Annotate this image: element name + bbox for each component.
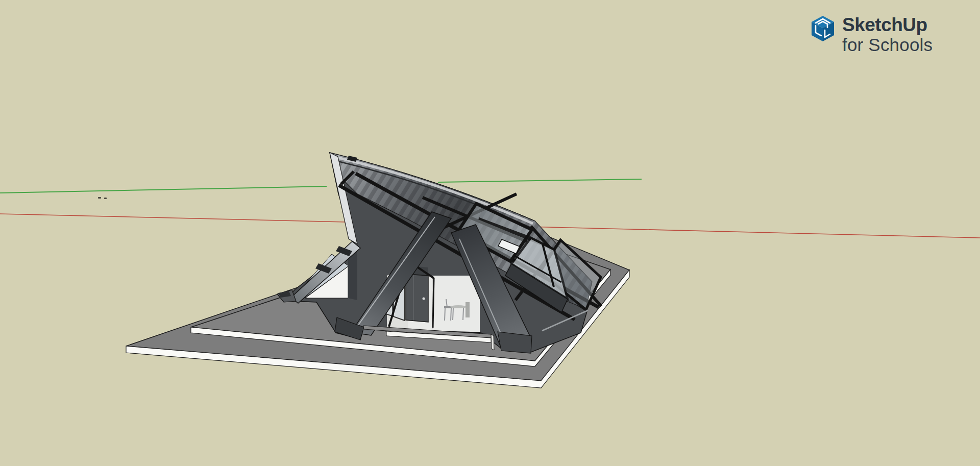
- reference-dots: [98, 197, 107, 199]
- door-handle: [423, 298, 425, 300]
- logo-line-sketchup: SketchUp: [842, 15, 933, 34]
- model-scene-canvas[interactable]: [0, 0, 980, 466]
- sketchup-watermark: SketchUp for Schools: [811, 15, 933, 54]
- sketchup-logo-icon: [811, 15, 835, 42]
- porch-right-step: [491, 334, 494, 350]
- modeling-viewport[interactable]: SketchUp for Schools: [0, 0, 980, 466]
- logo-line-for-schools: for Schools: [842, 36, 933, 54]
- house-model[interactable]: [126, 153, 629, 388]
- sketchup-logo-text: SketchUp for Schools: [842, 15, 933, 54]
- green-axis: [0, 179, 642, 193]
- door-panel: [406, 274, 428, 322]
- right-leg-foot: [498, 332, 532, 353]
- model-left-wing: [277, 241, 360, 303]
